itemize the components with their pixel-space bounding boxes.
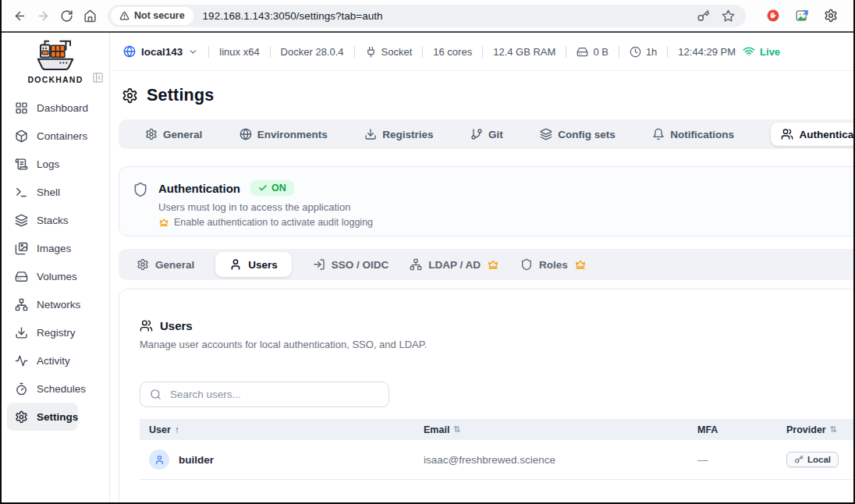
subtab-ldap-ad[interactable]: LDAP / AD xyxy=(410,258,499,271)
tab-git[interactable]: Git xyxy=(470,128,503,140)
sort-asc-icon: ↑ xyxy=(175,424,179,435)
site-security-chip[interactable]: Not secure xyxy=(111,7,193,25)
hard-drive-icon xyxy=(15,270,28,283)
sidebar-item-logs[interactable]: Logs xyxy=(2,150,109,178)
search-users-input[interactable] xyxy=(169,388,379,401)
crown-icon xyxy=(158,217,169,228)
crown-icon xyxy=(487,258,499,271)
sort-both-icon: ⇅ xyxy=(830,424,837,435)
live-status: Live xyxy=(743,45,780,58)
security-label: Not secure xyxy=(134,10,185,21)
tab-authentication[interactable]: Authentication xyxy=(771,122,855,146)
subtab-roles[interactable]: Roles xyxy=(520,258,587,271)
browser-window: Not secure 192.168.1.143:3050/settings?t… xyxy=(0,0,855,504)
subtab-users[interactable]: Users xyxy=(215,252,292,277)
subtab-general[interactable]: General xyxy=(137,258,194,271)
tab-label: General xyxy=(163,129,202,140)
subtab-sso-oidc[interactable]: SSO / OIDC xyxy=(313,258,389,271)
os-info: linux x64 xyxy=(219,46,259,58)
sidebar-item-activity[interactable]: Activity xyxy=(2,346,109,374)
tab-general[interactable]: General xyxy=(145,128,202,140)
chevron-down-icon xyxy=(188,47,198,57)
globe-icon xyxy=(123,45,136,58)
scroll-icon xyxy=(15,158,28,171)
url-text[interactable]: 192.168.1.143:3050/settings?tab=auth xyxy=(203,10,685,22)
search-icon xyxy=(150,389,161,400)
current-time: 12:44:29 PM xyxy=(678,46,736,58)
password-key-icon[interactable] xyxy=(697,9,710,23)
images-icon xyxy=(15,242,28,255)
auth-subtab-bar: General Users SSO / OIDC LDAP / AD Roles xyxy=(119,249,855,280)
sidebar-item-dashboard[interactable]: Dashboard xyxy=(2,94,109,122)
column-header-provider[interactable]: Provider⇅ xyxy=(777,424,855,435)
table-row[interactable]: builder isaac@freshbrewed.science — Loca… xyxy=(140,440,855,480)
forward-button[interactable] xyxy=(31,4,55,27)
sidebar-item-label: Images xyxy=(37,243,71,254)
shield-icon xyxy=(520,258,533,271)
shield-icon xyxy=(133,182,148,197)
tab-label: Config sets xyxy=(558,129,616,140)
tab-registries[interactable]: Registries xyxy=(364,128,433,140)
host-name: local143 xyxy=(141,46,183,58)
sidebar-item-volumes[interactable]: Volumes xyxy=(2,262,109,290)
provider-badge: Local xyxy=(786,452,839,467)
globe-icon xyxy=(239,128,252,140)
clock-icon xyxy=(630,46,641,58)
sort-both-icon: ⇅ xyxy=(453,424,460,435)
environment-selector[interactable]: local143 xyxy=(123,45,198,58)
brand-name: DOCKHAND xyxy=(28,75,83,84)
disk-icon xyxy=(577,46,588,58)
home-icon xyxy=(83,9,97,23)
tab-notifications[interactable]: Notifications xyxy=(652,128,734,140)
screenshot-extension-icon[interactable] xyxy=(795,9,809,23)
bookmark-star-icon[interactable] xyxy=(722,9,735,23)
download-icon xyxy=(15,326,28,339)
download-icon xyxy=(364,128,377,140)
layers-icon xyxy=(15,214,28,227)
tab-label: Authentication xyxy=(799,129,855,140)
back-button[interactable] xyxy=(8,4,31,27)
socket-plug-icon xyxy=(365,46,377,58)
home-button[interactable] xyxy=(78,4,101,27)
sidebar-item-label: Activity xyxy=(37,355,70,367)
settings-page: Settings General Environments Registries… xyxy=(110,71,853,504)
browser-settings-gear-icon[interactable] xyxy=(824,9,838,23)
adblock-extension-icon[interactable] xyxy=(766,9,780,23)
user-mfa-status: — xyxy=(688,454,777,466)
tab-environments[interactable]: Environments xyxy=(239,128,328,140)
sidebar-item-shell[interactable]: Shell xyxy=(2,178,109,206)
sidebar-item-containers[interactable]: Containers xyxy=(2,122,109,150)
divider xyxy=(422,46,423,58)
git-branch-icon xyxy=(470,128,483,140)
column-header-user[interactable]: User↑ xyxy=(140,424,414,435)
settings-tab-bar: General Environments Registries Git Conf… xyxy=(119,119,855,149)
subtab-label: SSO / OIDC xyxy=(332,259,389,271)
tab-config-sets[interactable]: Config sets xyxy=(540,128,616,140)
sidebar-item-schedules[interactable]: Schedules xyxy=(2,374,109,403)
divider xyxy=(482,46,483,58)
search-users-box[interactable] xyxy=(140,382,389,407)
sidebar-item-settings[interactable]: Settings xyxy=(7,403,78,431)
bell-icon xyxy=(652,128,665,140)
subtab-label: Roles xyxy=(539,259,568,271)
sidebar-item-registry[interactable]: Registry xyxy=(2,318,109,346)
address-bar[interactable]: Not secure 192.168.1.143:3050/settings?t… xyxy=(108,5,746,27)
divider xyxy=(566,46,566,58)
auth-on-badge: ON xyxy=(250,180,294,196)
divider xyxy=(208,46,209,58)
browser-toolbar: Not secure 192.168.1.143:3050/settings?t… xyxy=(2,0,853,33)
cpu-cores: 16 cores xyxy=(433,46,472,58)
refresh-button[interactable] xyxy=(55,4,78,27)
sidebar-item-images[interactable]: Images xyxy=(2,234,109,262)
auth-card-title: Authentication xyxy=(158,182,240,195)
column-header-email[interactable]: Email⇅ xyxy=(414,424,688,435)
users-icon xyxy=(140,319,153,332)
connection-type: Socket xyxy=(365,46,413,58)
collapse-sidebar-button[interactable] xyxy=(92,72,104,83)
crown-icon xyxy=(574,258,587,271)
sidebar-item-networks[interactable]: Networks xyxy=(2,290,109,318)
divider xyxy=(667,46,668,58)
sidebar-item-stacks[interactable]: Stacks xyxy=(2,206,109,234)
column-header-mfa[interactable]: MFA xyxy=(688,424,777,435)
sidebar-item-label: Volumes xyxy=(37,271,77,282)
